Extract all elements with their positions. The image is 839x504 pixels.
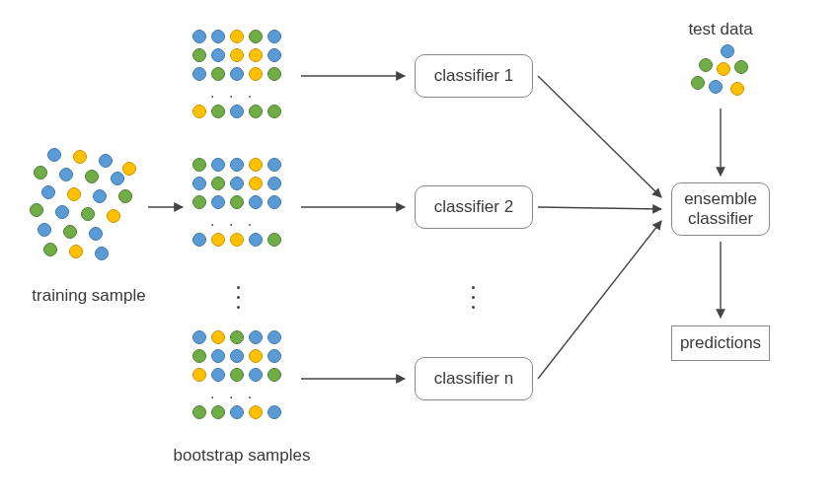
bootstrap-samples-label: bootstrap samples: [168, 446, 316, 466]
training-sample-label: training sample: [25, 286, 153, 306]
classifier-1-label: classifier 1: [434, 66, 513, 86]
bootstrap-sample-1: . . .: [192, 30, 281, 118]
svg-line-5: [538, 207, 661, 209]
classifier-1-box: classifier 1: [415, 54, 533, 98]
bootstrap-vertical-ellipsis: [237, 286, 240, 309]
training-sample-cluster: [30, 148, 148, 266]
classifier-2-label: classifier 2: [434, 197, 513, 217]
svg-line-6: [538, 221, 661, 379]
ensemble-classifier-box: ensemble classifier: [671, 182, 770, 236]
classifier-vertical-ellipsis: [472, 286, 475, 309]
classifier-n-label: classifier n: [434, 369, 513, 389]
test-data-cluster: [691, 44, 760, 104]
classifier-2-box: classifier 2: [415, 185, 533, 229]
ensemble-classifier-label: ensemble classifier: [684, 189, 757, 229]
svg-line-4: [538, 76, 661, 197]
test-data-label: test data: [676, 20, 765, 39]
predictions-label: predictions: [680, 333, 761, 353]
predictions-box: predictions: [671, 325, 770, 361]
classifier-n-box: classifier n: [415, 357, 533, 400]
bootstrap-sample-n: . . .: [192, 330, 281, 419]
bootstrap-sample-2: . . .: [192, 158, 281, 247]
